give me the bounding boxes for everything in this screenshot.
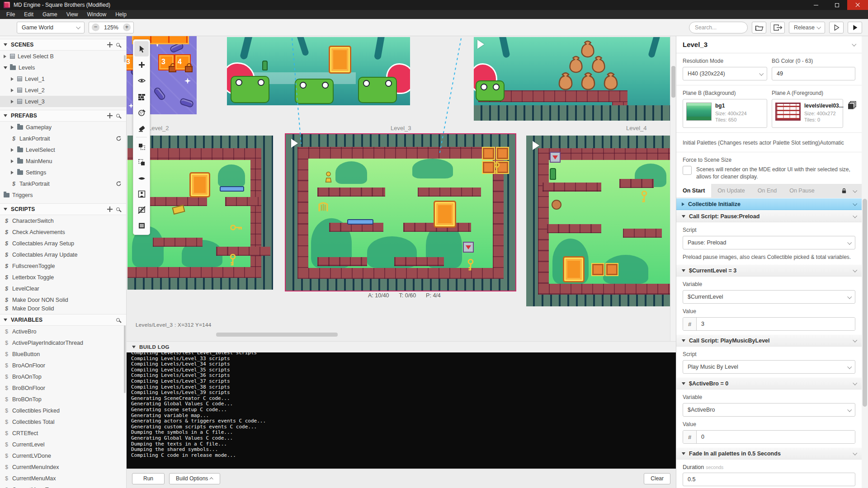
sidebar-item[interactable]: $ CurrentMenuIndex [0,461,126,473]
build-options-button[interactable]: Build Options [169,473,220,484]
lock-icon[interactable] [841,188,847,194]
tile-brush-tool[interactable] [134,89,149,104]
playmusic-script-select[interactable]: Play Music By Level [683,360,855,374]
inspector-scrollbar-thumb[interactable] [863,199,867,407]
sidebar-item[interactable]: $ Make Door Solid [0,305,126,311]
script-tab[interactable]: On End [751,184,783,197]
sidebar-item[interactable]: Level Select B [0,51,126,62]
visibility-tool[interactable] [134,73,149,88]
sidebar-section-header[interactable]: SCRIPTS [0,203,126,215]
menu-item[interactable]: Window [83,10,111,19]
sidebar-item[interactable]: Level_1 [0,73,126,84]
menu-item[interactable]: Help [111,10,131,19]
sidebar-item[interactable]: $ CharacterSwitch [0,215,126,226]
hide-layer-tool[interactable] [134,170,149,186]
sidebar-item[interactable]: $ TankPortrait [0,178,126,189]
open-project-button[interactable] [752,22,766,33]
search-input[interactable] [689,22,748,33]
menu-item[interactable]: Game [38,10,62,19]
sidebar-section-header[interactable]: SCENES [0,39,126,51]
game-world-canvas[interactable]: 3 3 4 [127,36,676,341]
bg-color-input[interactable] [772,67,855,80]
sidebar-item[interactable]: $ CurrentMenuType [0,484,126,488]
sidebar-item[interactable]: Level_3 [0,96,126,107]
scene-level-4[interactable] [526,136,670,306]
sidebar-item[interactable]: $ Make Door NON Solid [0,294,126,305]
script-tab[interactable]: On Pause [783,184,821,197]
menu-item[interactable]: Edit [19,10,38,19]
vertical-scrollbar-thumb[interactable] [671,66,675,98]
horizontal-scrollbar-thumb[interactable] [216,333,338,337]
world-select[interactable]: Game World [17,22,85,33]
sidebar-item[interactable]: $ BroBOnFloor [0,382,126,394]
sidebar-item[interactable]: $ BlueButton [0,348,126,360]
sidebar-item[interactable]: $ ActivePlayerIndicatorThread [0,337,126,348]
inspector-scrollbar[interactable] [862,36,868,488]
actor-tool[interactable] [134,186,149,202]
tile-swap-tool[interactable] [134,202,149,217]
event-fade-in[interactable]: Fade In all palettes in 0.5 Seconds [676,447,862,460]
duration-input[interactable] [683,473,855,486]
expander-icon[interactable] [11,160,14,163]
currentlevel-variable-select[interactable]: $CurrentLevel [683,290,855,304]
sidebar-item[interactable]: $ BroAOnTop [0,371,126,382]
expander-icon[interactable] [4,66,7,69]
inspector-header[interactable]: Level_3 [676,36,862,53]
sidebar-item[interactable]: $ BroBOnTop [0,394,126,405]
sidebar-item[interactable]: $ Collectables Array Update [0,249,126,260]
select-tool[interactable] [134,41,149,56]
maximize-button[interactable] [826,0,847,10]
sidebar-section-header[interactable]: PREFABS [0,110,126,122]
sidebar-item[interactable]: Gameplay [0,122,126,133]
search-icon[interactable] [116,43,120,47]
sidebar-item[interactable]: $ Letterbox Toggle [0,272,126,283]
sidebar-item[interactable]: $ LevelClear [0,283,126,294]
sidebar-item[interactable]: $ BroAOnFloor [0,360,126,371]
event-call-script-playmusic[interactable]: Call Script: PlayMusicByLevel [676,334,862,347]
number-type-button[interactable]: # [683,431,697,443]
zoom-in-button[interactable]: + [123,23,131,31]
sidebar-item[interactable]: $ LankPortrait [0,133,126,144]
scene-fragment-top-right[interactable] [474,37,670,121]
add-icon[interactable] [107,206,113,212]
menu-item[interactable]: File [2,10,19,19]
palette-tool[interactable] [134,104,149,120]
paste-selection-tool[interactable] [134,155,149,170]
copy-selection-tool[interactable] [134,139,149,154]
sidebar-item[interactable]: $ CurrentLevel [0,439,126,450]
play-run-button[interactable] [848,22,862,33]
search-icon[interactable] [116,114,120,117]
search-icon[interactable] [116,318,120,322]
layers-icon[interactable] [848,101,857,110]
number-type-button[interactable]: # [683,318,697,330]
script-tab[interactable]: On Update [711,184,751,197]
sidebar-item[interactable]: $ CurrentLVDone [0,450,126,461]
add-icon[interactable] [107,113,113,118]
search-icon[interactable] [116,207,120,211]
eraser-tool[interactable] [134,120,149,136]
vertical-scrollbar[interactable] [670,36,676,341]
sidebar-item[interactable]: $ Collectables Array Setup [0,238,126,249]
zoom-out-button[interactable]: − [92,23,99,31]
run-button[interactable]: Run [132,473,165,484]
expander-icon[interactable] [11,77,14,81]
expander-icon[interactable] [11,100,14,103]
expander-icon[interactable] [11,89,14,92]
force-scene-size-checkbox[interactable] [683,166,692,175]
scene-fragment-top-middle[interactable] [227,37,410,105]
sidebar-item[interactable]: $ CurrentMenuMax [0,473,126,484]
sidebar-item[interactable]: LevelSelect [0,144,126,155]
activebro-value-input[interactable] [697,431,855,443]
add-tool[interactable] [134,57,149,72]
palettes-section[interactable]: Initial Palettes (Changes resets actor P… [676,133,862,152]
expander-icon[interactable] [11,126,14,129]
sidebar-section-header[interactable]: VARIABLES [0,314,126,326]
clear-log-button[interactable]: Clear [644,473,670,484]
build-mode-select[interactable]: Release [789,22,825,33]
expander-icon[interactable] [11,171,14,174]
add-icon[interactable] [107,42,113,47]
sidebar-item[interactable]: $ ActiveBro [0,326,126,337]
plane-a-card[interactable]: levels\level03... Size: 400x272 Tiles: 0 [772,99,843,128]
list-view-tool[interactable] [134,218,149,233]
activebro-variable-select[interactable]: $ActiveBro [683,403,855,417]
